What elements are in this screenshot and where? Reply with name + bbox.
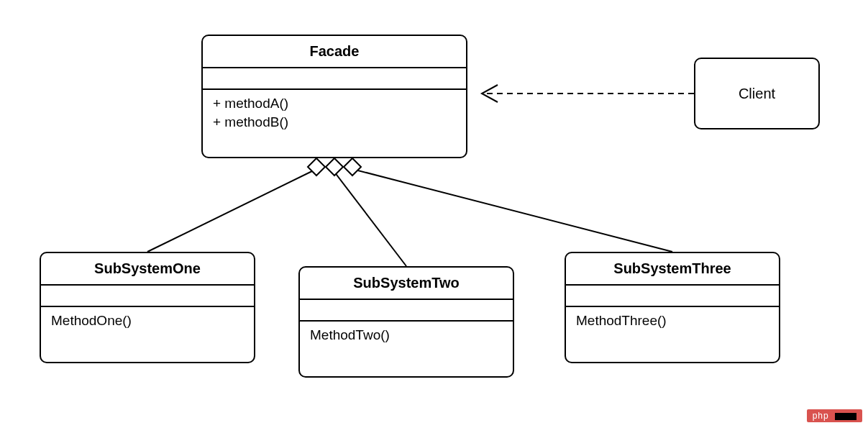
class-subsystem-one-attributes <box>41 286 254 307</box>
class-subsystem-one-title: SubSystemOne <box>41 253 254 286</box>
subsystem-three-method: MethodThree() <box>576 311 769 330</box>
class-client: Client <box>694 58 820 129</box>
facade-method-b: + methodB() <box>213 113 456 132</box>
class-subsystem-two-methods: MethodTwo() <box>300 322 513 352</box>
class-facade-methods: + methodA() + methodB() <box>203 90 466 138</box>
svg-line-1 <box>147 169 316 252</box>
class-subsystem-two: SubSystemTwo MethodTwo() <box>298 266 514 378</box>
class-subsystem-one: SubSystemOne MethodOne() <box>40 252 255 363</box>
class-client-label: Client <box>739 86 775 102</box>
subsystem-two-method: MethodTwo() <box>310 326 503 345</box>
svg-marker-4 <box>326 158 343 176</box>
facade-method-a: + methodA() <box>213 94 456 113</box>
svg-marker-6 <box>344 158 361 176</box>
class-facade: Facade + methodA() + methodB() <box>201 35 467 158</box>
svg-line-5 <box>352 169 672 252</box>
class-subsystem-two-attributes <box>300 300 513 322</box>
svg-line-3 <box>334 172 406 266</box>
class-subsystem-one-methods: MethodOne() <box>41 307 254 337</box>
class-facade-attributes <box>203 68 466 90</box>
class-subsystem-three-title: SubSystemThree <box>566 253 779 286</box>
watermark-label: php <box>813 411 829 421</box>
class-subsystem-three-methods: MethodThree() <box>566 307 779 337</box>
class-subsystem-three-attributes <box>566 286 779 307</box>
class-subsystem-two-title: SubSystemTwo <box>300 268 513 300</box>
class-facade-title: Facade <box>203 36 466 68</box>
svg-marker-2 <box>308 158 325 176</box>
subsystem-one-method: MethodOne() <box>51 311 244 330</box>
watermark-badge: php <box>807 409 862 422</box>
class-subsystem-three: SubSystemThree MethodThree() <box>565 252 780 363</box>
